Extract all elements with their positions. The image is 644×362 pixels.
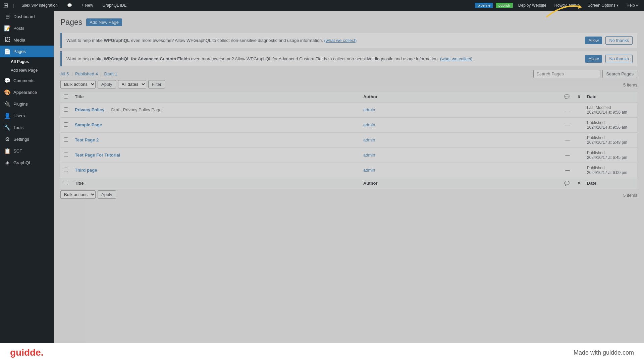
pipeline-button[interactable]: pipeline <box>475 3 493 8</box>
row-0-title-link[interactable]: Privacy Policy <box>75 107 104 112</box>
row-0-sort-cell <box>574 102 584 117</box>
filter-button[interactable]: Filter <box>148 80 165 88</box>
sidebar-label-settings: Settings <box>13 137 29 142</box>
sidebar-item-media[interactable]: 🖼 Media <box>0 34 54 46</box>
notice1-no-thanks-button[interactable]: No thanks <box>605 36 633 45</box>
admin-bar: ⊞ | Silex WP integration 💬 + New GraphQL… <box>0 0 644 11</box>
sidebar-label-appearance: Appearance <box>13 90 37 95</box>
watermark: guidde. Made with guidde.com <box>0 343 644 362</box>
add-new-page-button[interactable]: Add New Page <box>86 18 122 26</box>
adminbar-deploy[interactable]: Deploy Website <box>516 3 549 8</box>
row-0-checkbox[interactable] <box>64 107 68 112</box>
adminbar-help[interactable]: Help ▾ <box>624 3 641 8</box>
sidebar-item-appearance[interactable]: 🎨 Appearance <box>0 86 54 98</box>
notice1-text: Want to help make WPGraphQL even more aw… <box>66 38 582 43</box>
table-footer-sort-comments[interactable]: ⇅ <box>574 178 584 189</box>
search-input[interactable] <box>533 70 600 78</box>
row-4-author-link[interactable]: admin <box>363 168 375 173</box>
row-2-author-link[interactable]: admin <box>363 137 375 142</box>
adminbar-comments[interactable]: 💬 <box>64 3 75 8</box>
sidebar-subitem-add-new-page[interactable]: Add New Page <box>7 66 54 75</box>
row-1-date-cell: Published 2024/10/14 at 9:56 am <box>584 117 637 132</box>
notice2-allow-button[interactable]: Allow <box>585 55 602 63</box>
filter-all-link[interactable]: All 5 <box>60 71 69 76</box>
row-2-title-link[interactable]: Test Page 2 <box>75 137 99 142</box>
sidebar-item-tools[interactable]: 🔧 Tools <box>0 122 54 133</box>
row-0-author-link[interactable]: admin <box>363 107 375 112</box>
filter-draft-link[interactable]: Draft 1 <box>104 71 117 76</box>
row-0-date-value: 2024/10/14 at 9:56 am <box>587 110 634 115</box>
notice2-text: Want to help make WPGraphQL for Advanced… <box>66 56 582 61</box>
sidebar-item-dashboard[interactable]: ⊟ Dashboard <box>0 11 54 22</box>
row-2-date-status: Published <box>587 135 634 140</box>
row-0-author-cell: admin <box>360 102 561 117</box>
table-header-row: Title Author 💬 ⇅ Date <box>60 91 637 102</box>
row-checkbox-3 <box>60 147 71 163</box>
notice1-allow-button[interactable]: Allow <box>585 37 602 44</box>
row-4-comments-cell: — <box>561 163 574 178</box>
row-4-sort-cell <box>574 163 584 178</box>
page-header: Pages Add New Page <box>60 17 637 27</box>
sidebar-item-settings[interactable]: ⚙ Settings <box>0 133 54 145</box>
graphql-icon: ◈ <box>4 160 11 166</box>
filter-published-link[interactable]: Published 4 <box>75 71 98 76</box>
adminbar-howdy[interactable]: Howdy, admin <box>552 3 582 8</box>
guidde-tagline: Made with guidde.com <box>574 349 634 356</box>
row-0-comments-cell: — <box>561 102 574 117</box>
table-header-title[interactable]: Title <box>71 91 360 102</box>
table-footer-title[interactable]: Title <box>71 178 360 189</box>
date-filter-select[interactable]: All dates <box>118 80 146 88</box>
sidebar-item-posts[interactable]: 📝 Posts <box>0 22 54 34</box>
select-all-footer-checkbox[interactable] <box>64 181 68 185</box>
row-1-author-link[interactable]: admin <box>363 122 375 127</box>
table-header-comments: 💬 <box>561 91 574 102</box>
select-all-checkbox[interactable] <box>64 94 68 99</box>
sidebar-item-plugins[interactable]: 🔌 Plugins <box>0 98 54 110</box>
table-header-sort-comments[interactable]: ⇅ <box>574 91 584 102</box>
bulk-actions-bottom-select[interactable]: Bulk actions <box>60 190 96 199</box>
publish-button[interactable]: publish <box>496 3 513 8</box>
row-4-title-cell: Third page <box>71 163 360 178</box>
bulk-actions-top-select[interactable]: Bulk actions <box>60 80 96 88</box>
search-bar: Search Pages <box>533 70 637 78</box>
row-4-title-link[interactable]: Third page <box>75 168 97 173</box>
sidebar: ⊟ Dashboard 📝 Posts 🖼 Media 📄 Pages All … <box>0 11 54 362</box>
bulk-actions-bottom-apply-button[interactable]: Apply <box>98 190 116 199</box>
notice2-no-thanks-button[interactable]: No thanks <box>605 55 633 63</box>
adminbar-graphql-ide[interactable]: GraphQL IDE <box>100 3 129 8</box>
row-3-checkbox[interactable] <box>64 153 68 157</box>
table-footer-date[interactable]: Date <box>584 178 637 189</box>
row-3-comments-cell: — <box>561 147 574 163</box>
row-0-title-cell: Privacy Policy — Draft, Privacy Policy P… <box>71 102 360 117</box>
sidebar-subitem-all-pages[interactable]: All Pages <box>7 57 54 66</box>
row-4-checkbox[interactable] <box>64 168 68 172</box>
row-checkbox-1 <box>60 117 71 132</box>
bulk-actions-top-row: Bulk actions Apply All dates Filter 5 it… <box>60 80 637 90</box>
sidebar-item-users[interactable]: 👤 Users <box>0 110 54 122</box>
notice1-link[interactable]: (what we collect) <box>324 38 357 43</box>
table-row: Privacy Policy — Draft, Privacy Policy P… <box>60 102 637 117</box>
notice2-link[interactable]: (what we collect) <box>440 56 473 61</box>
row-3-author-link[interactable]: admin <box>363 153 375 158</box>
row-1-checkbox[interactable] <box>64 122 68 127</box>
bulk-actions-top-apply-button[interactable]: Apply <box>98 80 116 88</box>
sidebar-label-media: Media <box>13 38 25 43</box>
sidebar-item-pages[interactable]: 📄 Pages <box>0 46 54 57</box>
row-2-checkbox[interactable] <box>64 137 68 142</box>
row-3-title-link[interactable]: Test Page For Tutorial <box>75 153 120 158</box>
adminbar-site-name[interactable]: Silex WP integration <box>19 3 60 8</box>
sidebar-label-comments: Comments <box>13 78 35 83</box>
sidebar-item-comments[interactable]: 💬 Comments <box>0 75 54 86</box>
adminbar-new[interactable]: + New <box>79 3 96 8</box>
search-pages-button[interactable]: Search Pages <box>602 70 637 78</box>
table-header-date[interactable]: Date <box>584 91 637 102</box>
adminbar-screen-options[interactable]: Screen Options ▾ <box>585 3 621 8</box>
row-2-sort-cell <box>574 132 584 147</box>
sidebar-item-scf[interactable]: 📋 SCF <box>0 145 54 157</box>
sidebar-item-graphql[interactable]: ◈ GraphQL <box>0 157 54 169</box>
bulk-actions-bottom-row: Bulk actions Apply 5 items <box>60 190 637 200</box>
row-4-date-cell: Published 2024/10/17 at 6:00 pm <box>584 163 637 178</box>
table-row: Sample Page admin — Published 2024/10/14… <box>60 117 637 132</box>
row-1-title-link[interactable]: Sample Page <box>75 122 102 127</box>
pages-icon: 📄 <box>4 48 11 55</box>
